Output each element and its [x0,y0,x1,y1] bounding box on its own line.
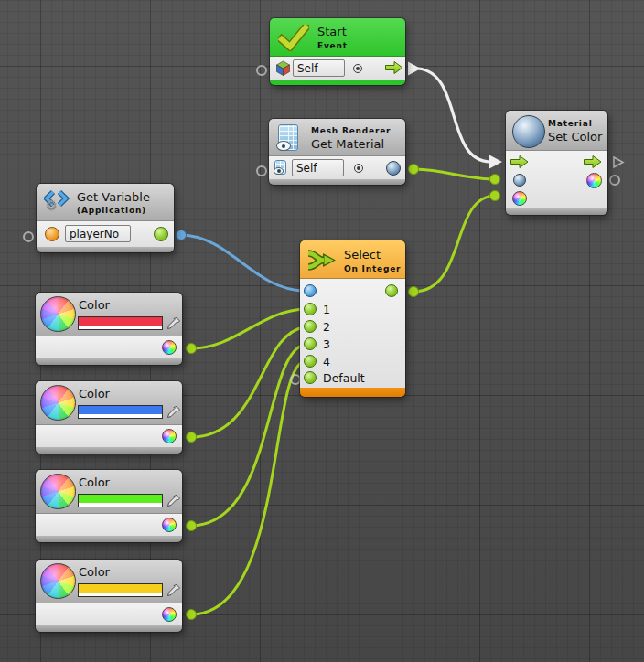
node-subtitle: Event [317,41,348,50]
node-color-4[interactable]: Color [36,560,182,632]
mesh-renderer-small-icon [274,160,286,175]
node-footer [36,536,182,542]
node-title: Get Material [311,137,384,151]
eyedropper-icon[interactable] [166,583,181,598]
color-wheel-icon [40,296,76,332]
color-wheel-icon [40,474,76,509]
node-title: Set Color [548,130,602,144]
gameobject-cube-icon [275,60,291,76]
start-unconnected-input-stub[interactable] [256,65,267,76]
variable-name-field[interactable]: playerNo [65,225,131,242]
material-sphere-icon [512,115,545,148]
wire-getmaterial-to-setcolor[interactable] [409,165,500,185]
node-color-1[interactable]: Color [36,293,182,365]
start-self-field[interactable]: Self [293,59,345,77]
variable-value-out-port[interactable] [154,227,168,241]
option-1-port[interactable] [304,303,317,315]
node-color-2[interactable]: Color [36,381,182,454]
eyedropper-icon[interactable] [166,405,181,420]
material-in-port[interactable] [513,174,526,187]
selector-in-port[interactable] [304,284,317,297]
node-title: Get Variable [77,190,150,204]
option-3-port[interactable] [304,337,317,350]
node-footer [269,179,405,185]
node-title: Color [79,387,110,400]
color-swatch[interactable] [78,316,163,330]
node-subtitle: (Application) [77,206,146,215]
node-title: Color [79,298,110,312]
wire-color4-to-select[interactable] [187,361,306,620]
node-get-material[interactable]: Mesh Renderer Get Material Self [269,119,405,185]
node-title: Select [344,248,381,262]
color-swatch[interactable] [78,583,163,597]
variable-name-in-port[interactable] [45,227,59,241]
node-set-color[interactable]: Material Set Color [506,111,607,215]
node-select-on-integer[interactable]: Select On Integer 1 2 3 4 Default [300,240,405,397]
option-4-port[interactable] [304,355,317,368]
flow-in-port[interactable] [510,155,529,168]
wire-select-to-setcolor[interactable] [409,191,500,297]
getmaterial-self-field[interactable]: Self [292,159,344,176]
option-label: 4 [323,355,330,368]
color-out-port[interactable] [162,607,177,622]
wire-color1-to-select[interactable] [187,309,306,354]
getmaterial-unconnected-input-stub[interactable] [256,166,267,176]
node-footer [36,447,182,454]
node-title: Color [79,475,110,489]
option-default-port[interactable] [304,371,317,384]
graph-canvas[interactable]: Start Event Self Mesh Renderer Get Mater… [0,0,644,662]
color-out-port[interactable] [162,518,177,532]
node-footer [36,358,182,365]
material-out-port[interactable] [586,173,602,188]
select-merge-arrow-icon [306,250,339,271]
option-label: 3 [323,337,330,351]
option-2-port[interactable] [304,320,317,333]
setcolor-flow-out-stub-triangle[interactable] [611,155,626,170]
flow-out-port[interactable] [385,61,403,74]
select-out-port[interactable] [385,284,398,297]
color-swatch[interactable] [78,494,163,507]
node-footer [36,625,182,632]
color-wheel-icon [40,563,76,599]
node-footer [300,388,405,397]
node-start-event[interactable]: Start Event Self [270,18,405,85]
checkmark-icon [278,25,309,51]
node-subtitle: Mesh Renderer [311,126,391,135]
eyedropper-icon[interactable] [166,494,181,508]
node-title: Start [317,25,347,38]
target-icon[interactable] [354,164,363,173]
wire-getvariable-to-select[interactable] [177,230,305,292]
color-wheel-icon [40,385,76,421]
color-out-port[interactable] [162,429,177,443]
node-footer [270,80,405,85]
material-out-port[interactable] [386,161,401,176]
node-color-3[interactable]: Color [36,470,182,542]
node-subtitle: Material [548,119,593,128]
mesh-renderer-icon [278,124,298,151]
wire-color2-to-select[interactable] [187,327,306,443]
color-swatch[interactable] [78,405,163,419]
option-label: 2 [323,320,330,334]
getvariable-unconnected-input-stub[interactable] [23,231,34,242]
gear-icon: ⚙ [46,198,58,212]
wire-start-to-setcolor[interactable] [408,62,502,169]
node-footer [37,247,174,252]
eyedropper-icon[interactable] [166,316,181,331]
option-label: Default [323,371,365,385]
node-get-variable[interactable]: ⚙ Get Variable (Application) playerNo [37,184,174,252]
wire-color3-to-select[interactable] [187,345,306,531]
color-out-port[interactable] [162,340,177,355]
node-title: Color [79,565,110,579]
setcolor-out-stub-circle[interactable] [609,175,620,186]
target-icon[interactable] [353,64,362,73]
option-label: 1 [323,303,330,316]
color-in-port[interactable] [512,191,527,206]
node-footer [506,208,607,215]
node-subtitle: On Integer [344,264,401,273]
flow-out-port[interactable] [584,155,602,168]
